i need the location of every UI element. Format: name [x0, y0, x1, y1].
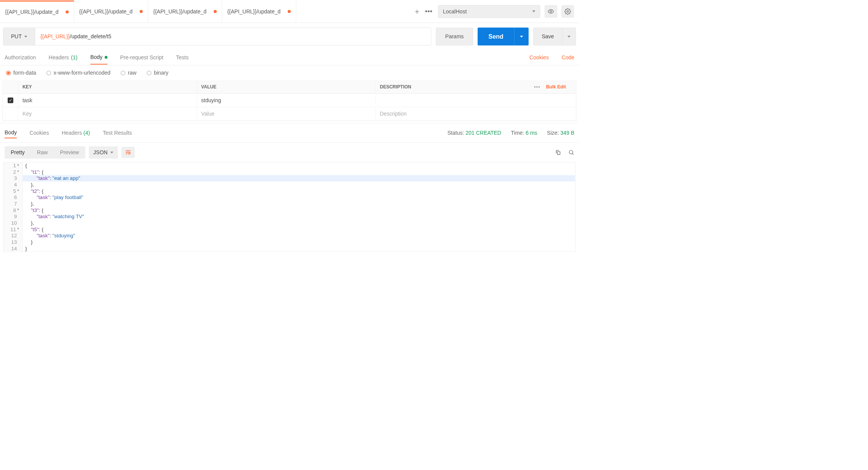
radio-label: binary: [154, 70, 168, 76]
radio-label: x-www-form-urlencoded: [54, 70, 111, 76]
save-button[interactable]: Save: [534, 28, 562, 45]
tab-label: {{API_URL}}/update_d: [153, 8, 210, 15]
environment-select[interactable]: LocalHost: [438, 5, 540, 18]
tab-label: {{API_URL}}/update_d: [5, 9, 62, 15]
resp-headers-label: Headers: [62, 130, 82, 135]
resp-headers-count: (4): [83, 130, 90, 135]
column-key: KEY: [18, 81, 197, 93]
resp-tab-body[interactable]: Body: [5, 127, 17, 139]
radio-raw[interactable]: raw: [121, 70, 136, 76]
radio-label: form-data: [13, 70, 36, 76]
body-indicator-icon: [104, 56, 107, 59]
view-preview[interactable]: Preview: [54, 146, 85, 158]
resp-tab-test-results[interactable]: Test Results: [103, 128, 132, 138]
description-input[interactable]: Description: [375, 107, 576, 121]
top-bar: {{API_URL}}/update_d{{API_URL}}/update_d…: [0, 0, 579, 23]
response-body[interactable]: 1▾{2▾ "t1": {3 "task": "eat an app"4 },5…: [3, 162, 575, 252]
request-tab[interactable]: {{API_URL}}/update_d: [148, 0, 222, 22]
tab-authorization[interactable]: Authorization: [5, 51, 36, 64]
body-label: Body: [90, 54, 103, 60]
svg-point-0: [550, 11, 551, 12]
new-tab-button[interactable]: ＋: [413, 7, 421, 16]
value-input[interactable]: Value: [197, 107, 375, 121]
view-pretty[interactable]: Pretty: [5, 146, 31, 158]
status-value: 201 CREATED: [465, 130, 501, 135]
code-link[interactable]: Code: [561, 54, 574, 60]
modified-indicator-icon: [214, 10, 217, 13]
method-label: PUT: [11, 33, 22, 39]
settings-button[interactable]: [561, 5, 574, 18]
key-input[interactable]: Key: [18, 107, 197, 121]
headers-label: Headers: [49, 54, 69, 60]
url-input[interactable]: {{API_URL}}/update_delete/t5: [35, 28, 431, 45]
view-raw[interactable]: Raw: [31, 146, 54, 158]
format-label: JSON: [93, 149, 108, 155]
request-bar: PUT {{API_URL}}/update_delete/t5 Params …: [0, 23, 579, 50]
tab-tests[interactable]: Tests: [176, 51, 189, 64]
resp-tab-cookies[interactable]: Cookies: [29, 128, 49, 138]
resp-tab-headers[interactable]: Headers (4): [62, 128, 90, 138]
radio-urlencoded[interactable]: x-www-form-urlencoded: [46, 70, 110, 76]
size-value: 349 B: [560, 130, 574, 135]
save-options-button[interactable]: [562, 28, 576, 45]
request-tab[interactable]: {{API_URL}}/update_d: [222, 0, 296, 22]
tab-body[interactable]: Body: [90, 51, 108, 65]
column-value: VALUE: [197, 81, 375, 93]
modified-indicator-icon: [140, 10, 143, 13]
url-variable: {{API_URL}}: [40, 33, 70, 39]
response-section: Body Cookies Headers (4) Test Results St…: [0, 123, 579, 252]
value-input[interactable]: stduying: [197, 94, 375, 107]
modified-indicator-icon: [65, 10, 69, 13]
svg-point-3: [569, 150, 573, 154]
svg-rect-2: [557, 152, 560, 154]
method-select[interactable]: PUT: [3, 28, 35, 45]
send-button[interactable]: Send: [478, 28, 514, 46]
key-input[interactable]: task: [18, 94, 197, 107]
radio-binary[interactable]: binary: [147, 70, 168, 76]
size-label: Size:: [547, 130, 559, 135]
more-tabs-button[interactable]: •••: [425, 7, 432, 15]
time-label: Time:: [511, 130, 524, 135]
tab-headers[interactable]: Headers (1): [49, 51, 77, 64]
radio-icon: [147, 71, 151, 75]
environment-label: LocalHost: [443, 8, 467, 15]
radio-form-data[interactable]: form-data: [6, 70, 36, 76]
table-row: ✓taskstduying: [3, 94, 576, 107]
search-icon[interactable]: [568, 149, 574, 155]
body-type-selector: form-data x-www-form-urlencoded raw bina…: [0, 65, 579, 81]
chevron-down-icon: [24, 36, 27, 38]
chevron-down-icon: [532, 10, 535, 12]
more-icon[interactable]: •••: [534, 85, 540, 90]
radio-icon: [46, 71, 51, 75]
send-options-button[interactable]: [514, 28, 529, 46]
request-section-tabs: Authorization Headers (1) Body Pre-reque…: [0, 50, 579, 65]
request-tab[interactable]: {{API_URL}}/update_d: [0, 0, 74, 22]
tab-prerequest[interactable]: Pre-request Script: [120, 51, 163, 64]
environment-quicklook-button[interactable]: [545, 5, 557, 18]
bulk-edit-link[interactable]: Bulk Edit: [546, 85, 566, 90]
modified-indicator-icon: [288, 10, 291, 13]
copy-icon[interactable]: [555, 149, 561, 155]
request-tabs: {{API_URL}}/update_d{{API_URL}}/update_d…: [0, 0, 408, 23]
tab-label: {{API_URL}}/update_d: [227, 8, 285, 15]
radio-icon: [121, 71, 125, 75]
time-value: 6 ms: [525, 130, 537, 135]
request-tab[interactable]: {{API_URL}}/update_d: [74, 0, 148, 22]
form-data-table: KEY VALUE DESCRIPTION ••• Bulk Edit ✓tas…: [3, 81, 576, 121]
row-checkbox[interactable]: ✓: [8, 98, 13, 103]
svg-point-1: [567, 11, 568, 12]
headers-count: (1): [71, 54, 77, 60]
wrap-line-button[interactable]: [121, 147, 135, 158]
desc-label: DESCRIPTION: [380, 85, 411, 90]
status-label: Status:: [447, 130, 464, 135]
format-select[interactable]: JSON: [89, 146, 118, 158]
radio-label: raw: [128, 70, 137, 76]
radio-checked-icon: [6, 71, 11, 75]
cookies-link[interactable]: Cookies: [529, 54, 549, 60]
chevron-down-icon: [110, 152, 113, 153]
url-path: /update_delete/t5: [70, 33, 111, 39]
column-description: DESCRIPTION ••• Bulk Edit: [375, 81, 576, 93]
tab-label: {{API_URL}}/update_d: [79, 8, 137, 15]
description-input[interactable]: [375, 97, 576, 104]
params-button[interactable]: Params: [436, 28, 473, 46]
